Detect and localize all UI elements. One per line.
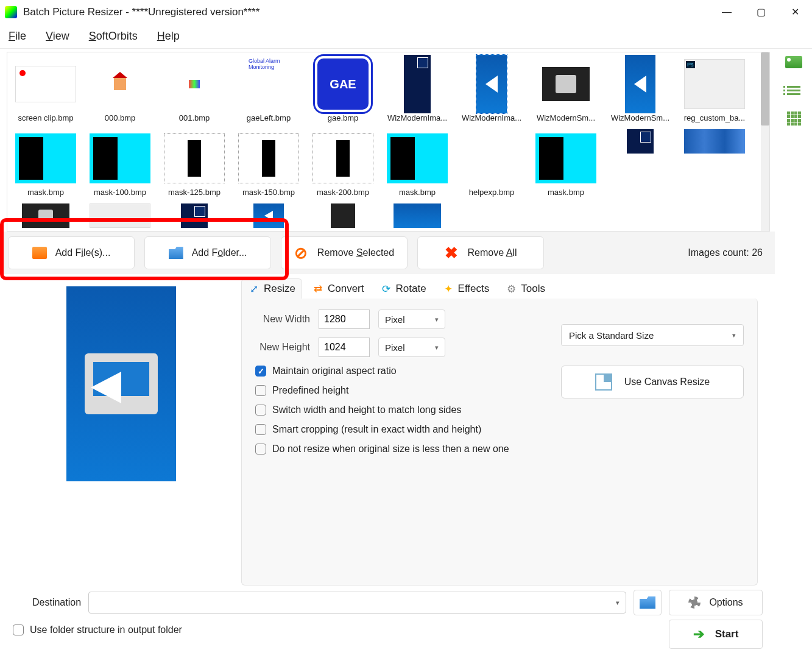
standard-size-select[interactable]: Pick a Standard Size▾ (561, 324, 744, 346)
effects-icon: ✦ (442, 283, 454, 295)
no-resize-checkbox[interactable]: Do not resize when original size is less… (255, 444, 744, 455)
thumb-item[interactable]: reg_custom_ba... (679, 55, 750, 129)
folder-structure-checkbox[interactable]: Use folder structure in output folder (13, 624, 182, 635)
destination-bar: Destination ▾ Options (1, 585, 775, 620)
height-unit-select[interactable]: Pixel▾ (378, 338, 445, 357)
chevron-down-icon: ▾ (616, 599, 620, 607)
thumb-item[interactable]: 001.bmp (158, 55, 230, 129)
thumb-item[interactable] (10, 203, 82, 232)
thumb-label: gae.bmp (328, 113, 359, 122)
canvas-resize-button[interactable]: Use Canvas Resize (561, 366, 744, 398)
thumb-label: mask-200.bmp (317, 188, 369, 197)
thumb-item[interactable]: WizModernIma... (456, 55, 528, 129)
smart-cropping-checkbox[interactable]: Smart cropping (result in exact width an… (255, 424, 744, 435)
menu-view[interactable]: View (43, 27, 72, 45)
tabs: ⤢Resize ⇄Convert ⟳Rotate ✦Effects ⚙Tools (241, 277, 758, 299)
thumb-item[interactable]: mask-150.bmp (233, 129, 305, 203)
thumbnail-scrollbar[interactable] (761, 52, 769, 231)
thumbnail-grid[interactable]: screen clip.bmp 000.bmp 001.bmp Global A… (7, 52, 770, 232)
add-folder-button[interactable]: Add Folder... (144, 236, 271, 269)
start-button[interactable]: ➔Start (669, 620, 763, 649)
add-files-button[interactable]: Add File(s)... (8, 236, 135, 269)
add-files-icon (32, 247, 47, 259)
thumb-item[interactable] (84, 203, 156, 232)
thumb-item[interactable]: mask-100.bmp (84, 129, 156, 203)
thumb-item[interactable] (604, 129, 676, 203)
thumb-label: screen clip.bmp (18, 113, 73, 122)
thumb-item[interactable] (158, 203, 230, 232)
remove-all-label: Remove All (468, 247, 517, 258)
thumb-item[interactable]: mask-125.bmp (158, 129, 230, 203)
switch-wh-checkbox[interactable]: Switch width and height to match long si… (255, 405, 744, 416)
thumb-item[interactable]: Global Alarm MonitoringgaeLeft.bmp (233, 55, 305, 129)
checkbox-icon (255, 444, 266, 455)
preview-image (66, 286, 176, 481)
new-height-input[interactable] (319, 338, 370, 357)
convert-icon: ⇄ (312, 283, 324, 295)
remove-icon: ⊘ (294, 247, 309, 259)
resize-icon: ⤢ (248, 283, 260, 295)
tab-tools[interactable]: ⚙Tools (499, 279, 551, 299)
table-icon (787, 111, 801, 126)
options-button[interactable]: Options (669, 590, 763, 615)
add-folder-label: Add Folder... (192, 247, 247, 258)
view-list-button[interactable] (783, 83, 805, 97)
thumb-item[interactable]: 000.bmp (84, 55, 156, 129)
thumb-item[interactable]: GAEgae.bmp (307, 55, 379, 129)
thumb-label: reg_custom_ba... (684, 113, 745, 122)
destination-input[interactable]: ▾ (88, 592, 626, 614)
tab-effects[interactable]: ✦Effects (436, 279, 496, 299)
remove-selected-button[interactable]: ⊘ Remove Selected (281, 236, 408, 269)
checkbox-icon (255, 424, 266, 435)
close-button[interactable]: ✕ (778, 0, 812, 24)
menu-help[interactable]: Help (155, 27, 182, 45)
view-thumbnails-button[interactable] (783, 55, 805, 69)
thumbnails-icon (785, 56, 802, 68)
thumb-item[interactable]: WizModernSm... (604, 55, 676, 129)
tab-resize[interactable]: ⤢Resize (241, 278, 302, 299)
chevron-down-icon: ▾ (435, 344, 439, 352)
minimize-button[interactable]: — (710, 0, 744, 24)
list-icon (787, 84, 800, 97)
thumb-item[interactable]: helpexp.bmp (456, 129, 528, 203)
remove-all-icon: ✖ (445, 247, 459, 259)
new-width-input[interactable] (319, 310, 370, 329)
chevron-down-icon: ▾ (435, 316, 439, 324)
menu-file[interactable]: File (6, 27, 29, 45)
thumb-item[interactable] (307, 203, 379, 232)
thumb-label: 000.bmp (105, 113, 136, 122)
tab-convert[interactable]: ⇄Convert (306, 279, 370, 299)
checkbox-icon (255, 385, 266, 396)
maximize-button[interactable]: ▢ (744, 0, 778, 24)
thumb-item[interactable] (381, 203, 453, 232)
folder-icon (640, 596, 655, 609)
thumb-label: mask.bmp (399, 188, 436, 197)
thumb-item[interactable]: mask.bmp (381, 129, 453, 203)
menu-softorbits[interactable]: SoftOrbits (86, 27, 140, 45)
thumb-label: mask-125.bmp (168, 188, 221, 197)
chevron-down-icon: ▾ (732, 331, 736, 339)
thumb-item[interactable]: mask-200.bmp (307, 129, 379, 203)
thumb-item[interactable]: WizModernSm... (530, 55, 602, 129)
add-files-label: Add File(s)... (55, 247, 111, 258)
checkbox-icon (13, 624, 24, 635)
thumb-item[interactable] (233, 203, 305, 232)
start-icon: ➔ (693, 626, 704, 642)
thumb-item[interactable]: screen clip.bmp (10, 55, 82, 129)
thumb-label: helpexp.bmp (469, 188, 514, 197)
images-count: Images count: 26 (688, 247, 768, 258)
remove-all-button[interactable]: ✖ Remove All (417, 236, 544, 269)
view-table-button[interactable] (783, 111, 805, 126)
thumb-item[interactable]: mask.bmp (10, 129, 82, 203)
destination-browse-button[interactable] (634, 590, 662, 615)
thumb-item[interactable] (679, 129, 750, 203)
thumb-item[interactable]: mask.bmp (530, 129, 602, 203)
width-unit-select[interactable]: Pixel▾ (378, 310, 445, 329)
thumb-item[interactable]: WizModernIma... (381, 55, 453, 129)
action-row: Add File(s)... Add Folder... ⊘ Remove Se… (1, 232, 775, 274)
tab-rotate[interactable]: ⟳Rotate (374, 279, 432, 299)
remove-selected-label: Remove Selected (317, 247, 394, 258)
view-mode-strip (775, 49, 812, 658)
preview-pane (1, 274, 241, 585)
menu-bar: File View SoftOrbits Help (0, 24, 812, 49)
